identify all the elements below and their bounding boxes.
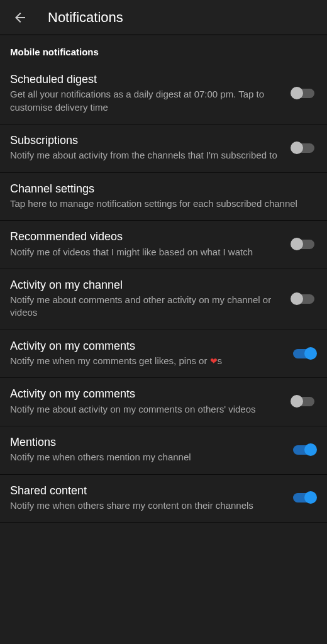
toggle-thumb: [304, 491, 317, 504]
toggle-switch[interactable]: [291, 236, 317, 252]
toggle-thumb: [291, 142, 303, 154]
page-title: Notifications: [48, 9, 123, 26]
setting-desc: Notify me of videos that I might like ba…: [10, 246, 280, 258]
setting-desc: Tap here to manage notification settings…: [10, 197, 307, 210]
setting-text: Recommended videosNotify me of videos th…: [10, 230, 291, 258]
setting-text: Activity on my channelNotify me about co…: [10, 278, 291, 319]
setting-desc: Notify me when my comments get likes, pi…: [10, 355, 280, 367]
setting-desc: Notify me when others mention my channel: [10, 451, 280, 464]
setting-text: MentionsNotify me when others mention my…: [10, 435, 291, 464]
setting-desc: Notify me about comments and other activ…: [10, 294, 280, 319]
setting-row[interactable]: Channel settingsTap here to manage notif…: [0, 173, 327, 221]
toggle-thumb: [291, 238, 303, 250]
setting-title: Mentions: [10, 435, 280, 450]
setting-row[interactable]: Activity on my channelNotify me about co…: [0, 269, 327, 330]
setting-title: Shared content: [10, 484, 280, 498]
settings-list: Mobile notifications Scheduled digestGet…: [0, 35, 327, 523]
toggle-thumb: [304, 443, 317, 456]
toggle-switch[interactable]: [291, 490, 317, 505]
back-button[interactable]: [5, 3, 35, 33]
setting-row[interactable]: SubscriptionsNotify me about activity fr…: [0, 125, 327, 173]
back-arrow-icon: [13, 10, 28, 25]
setting-title: Channel settings: [10, 182, 307, 196]
toggle-thumb: [291, 87, 303, 99]
toggle-thumb: [304, 347, 317, 360]
toggle-thumb: [291, 292, 303, 305]
setting-desc: Get all your notifications as a daily di…: [10, 88, 280, 114]
setting-row[interactable]: Activity on my commentsNotify me about a…: [0, 378, 327, 426]
setting-title: Subscriptions: [10, 133, 280, 148]
setting-title: Activity on my comments: [10, 387, 280, 401]
toggle-switch[interactable]: [291, 86, 317, 101]
setting-text: SubscriptionsNotify me about activity fr…: [10, 133, 291, 162]
setting-title: Activity on my channel: [10, 278, 280, 292]
setting-text: Activity on my commentsNotify me about a…: [10, 387, 291, 416]
section-header: Mobile notifications: [0, 35, 327, 64]
heart-icon: ❤: [210, 356, 218, 366]
setting-row[interactable]: MentionsNotify me when others mention my…: [0, 426, 327, 475]
toggle-switch[interactable]: [291, 394, 317, 409]
setting-row[interactable]: Shared contentNotify me when others shar…: [0, 475, 327, 523]
setting-text: Channel settingsTap here to manage notif…: [10, 182, 317, 211]
setting-text: Activity on my commentsNotify me when my…: [10, 339, 291, 368]
app-header: Notifications: [0, 0, 327, 35]
setting-title: Activity on my comments: [10, 339, 280, 353]
toggle-switch[interactable]: [291, 140, 317, 155]
setting-row[interactable]: Scheduled digestGet all your notificatio…: [0, 64, 327, 125]
toggle-switch[interactable]: [291, 346, 317, 361]
toggle-switch[interactable]: [291, 291, 317, 306]
setting-row[interactable]: Activity on my commentsNotify me when my…: [0, 330, 327, 379]
setting-desc: Notify me when others share my content o…: [10, 499, 280, 512]
setting-text: Scheduled digestGet all your notificatio…: [10, 72, 291, 114]
toggle-switch[interactable]: [291, 442, 317, 457]
setting-row[interactable]: Recommended videosNotify me of videos th…: [0, 221, 327, 269]
setting-desc: Notify me about activity on my comments …: [10, 403, 280, 416]
setting-title: Scheduled digest: [10, 72, 280, 87]
setting-text: Shared contentNotify me when others shar…: [10, 484, 291, 513]
setting-desc: Notify me about activity from the channe…: [10, 149, 280, 162]
setting-title: Recommended videos: [10, 230, 280, 244]
